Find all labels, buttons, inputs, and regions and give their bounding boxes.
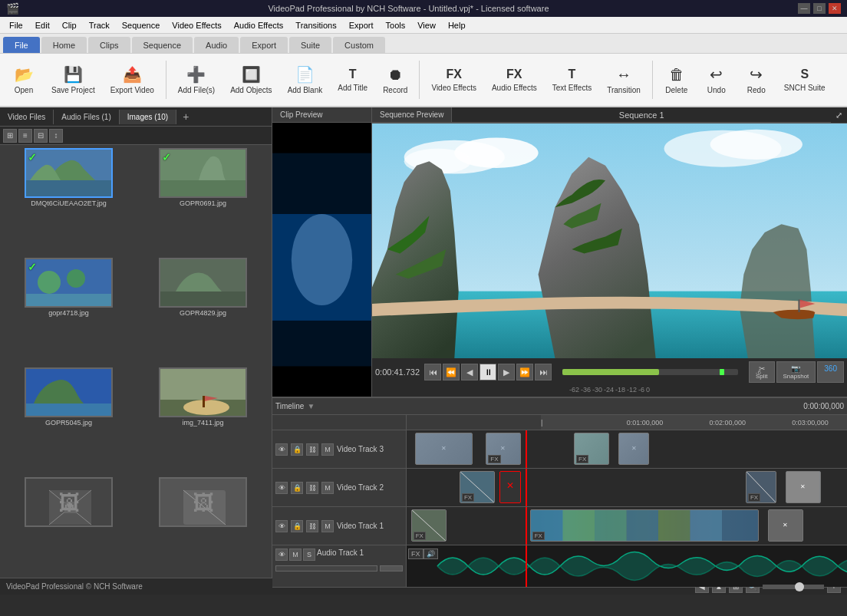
list-view-btn[interactable]: ≡ <box>18 129 32 143</box>
clip-preview-tab[interactable]: Clip Preview <box>272 107 371 123</box>
transition-button[interactable]: ↔Transition <box>600 57 648 103</box>
add-objects-button[interactable]: 🔲Add Objects <box>223 57 278 103</box>
ribbon-tab-export[interactable]: Export <box>240 37 288 53</box>
thumbnail-item-5[interactable]: img_7411.jpg <box>137 367 269 474</box>
thumbnail-item-4[interactable]: GOPR5045.jpg <box>3 367 134 474</box>
ribbon-tab-audio[interactable]: Audio <box>194 37 239 53</box>
track2-clip-4[interactable]: ✕ <box>786 471 821 503</box>
track2-clip-1[interactable]: FX <box>460 471 495 503</box>
menu-transitions[interactable]: Transitions <box>289 17 342 33</box>
open-button[interactable]: 📂Open <box>5 57 43 103</box>
track3-eye-btn[interactable]: 👁 <box>275 443 288 456</box>
track1-mute-btn[interactable]: M <box>321 520 334 532</box>
track3-mute-btn[interactable]: M <box>321 443 334 456</box>
audio-mute-btn[interactable]: M <box>289 548 302 561</box>
next-frame-button[interactable]: ⏩ <box>516 364 533 380</box>
track2-lock-btn[interactable]: 🔒 <box>291 482 303 494</box>
menu-export[interactable]: Export <box>343 17 380 33</box>
thumbnail-item-0[interactable]: ✓DMQt6CiUEAAO2ET.jpg <box>3 148 134 255</box>
menu-track[interactable]: Track <box>83 17 116 33</box>
add-blank-button[interactable]: 📄Add Blank <box>281 57 330 103</box>
audio-effects-button[interactable]: FXAudio Effects <box>485 57 544 103</box>
ribbon-tab-custom[interactable]: Custom <box>333 37 385 53</box>
track2-mute-btn[interactable]: M <box>321 482 334 494</box>
menu-help[interactable]: Help <box>442 17 472 33</box>
video-effects-button[interactable]: FXVideo Effects <box>424 57 483 103</box>
thumbnail-item-7[interactable]: 🖼 <box>137 477 269 575</box>
track3-clip-1[interactable]: ✕ <box>415 433 473 465</box>
fullscreen-btn[interactable]: ⤢ <box>831 109 847 122</box>
minimize-button[interactable]: — <box>798 3 810 14</box>
close-button[interactable]: ✕ <box>829 3 841 14</box>
zoom-handle[interactable] <box>795 582 804 591</box>
detail-view-btn[interactable]: ⊟ <box>34 129 48 143</box>
snapshot-button[interactable]: 📷Snapshot <box>776 361 816 383</box>
track1-lock-btn[interactable]: 🔒 <box>291 520 303 532</box>
audio-pan-bar[interactable] <box>380 565 403 572</box>
add-title-button[interactable]: TAdd Title <box>331 57 374 103</box>
audio-speaker-btn[interactable]: 🔊 <box>424 548 438 559</box>
file-tab-video-files[interactable]: Video Files <box>0 110 54 124</box>
menu-sequence[interactable]: Sequence <box>116 17 166 33</box>
track3-clip-3[interactable]: FX <box>574 433 609 465</box>
track1-clip-1[interactable]: FX <box>411 509 447 542</box>
record-button[interactable]: ⏺Record <box>376 57 414 103</box>
menu-video-effects[interactable]: Video Effects <box>166 17 227 33</box>
progress-bar[interactable]: -6 <box>562 369 738 375</box>
zoom-slider[interactable] <box>763 585 824 589</box>
step-back-button[interactable]: ◀ <box>461 364 478 380</box>
ribbon-tab-home[interactable]: Home <box>41 37 87 53</box>
track1-clip-3[interactable]: ✕ <box>768 509 803 542</box>
track3-clip-4[interactable]: ✕ <box>618 433 649 465</box>
add-file-tab-button[interactable]: + <box>176 107 195 126</box>
goto-start-button[interactable]: ⏮ <box>424 364 441 380</box>
menu-view[interactable]: View <box>411 17 442 33</box>
track3-link-btn[interactable]: ⛓ <box>306 443 318 456</box>
ribbon-tab-suite[interactable]: Suite <box>289 37 331 53</box>
audio-eye-btn[interactable]: 👁 <box>275 548 288 561</box>
track1-clip-2[interactable]: FX <box>530 509 759 542</box>
file-tab-audio-files--1-[interactable]: Audio Files (1) <box>54 110 119 124</box>
track3-lock-btn[interactable]: 🔒 <box>291 443 303 456</box>
undo-button[interactable]: ↩Undo <box>697 57 736 103</box>
step-forward-button[interactable]: ▶ <box>498 364 515 380</box>
redo-button[interactable]: ↪Redo <box>737 57 776 103</box>
track1-eye-btn[interactable]: 👁 <box>275 520 288 532</box>
snch-suite-button[interactable]: SSNCH Suite <box>777 57 832 103</box>
file-tab-images--10-[interactable]: Images (10) <box>120 110 176 124</box>
split-button[interactable]: ✂Split <box>749 361 775 383</box>
menu-clip[interactable]: Clip <box>56 17 83 33</box>
text-effects-button[interactable]: TText Effects <box>545 57 599 103</box>
thumbnail-item-1[interactable]: ✓GOPR0691.jpg <box>137 148 269 255</box>
goto-end-button[interactable]: ⏭ <box>535 364 552 380</box>
add-files-button[interactable]: ➕Add File(s) <box>171 57 222 103</box>
track2-clip-3[interactable]: FX <box>746 471 776 503</box>
360-button[interactable]: 360 <box>817 361 844 383</box>
menu-edit[interactable]: Edit <box>29 17 56 33</box>
track2-link-btn[interactable]: ⛓ <box>306 482 318 494</box>
export-video-button[interactable]: 📤Export Video <box>104 57 161 103</box>
audio-solo-btn[interactable]: S <box>303 548 315 561</box>
ribbon-tab-sequence[interactable]: Sequence <box>132 37 193 53</box>
ribbon-tab-file[interactable]: File <box>3 37 40 53</box>
track2-clip-2[interactable]: ✕ <box>499 471 522 503</box>
audio-volume-bar[interactable] <box>275 565 377 572</box>
sequence-preview-tab[interactable]: Sequence Preview <box>372 107 452 123</box>
prev-frame-button[interactable]: ⏪ <box>443 364 460 380</box>
track3-clip-2[interactable]: ✕ FX <box>486 433 521 465</box>
thumbnail-item-3[interactable]: GOPR4829.jpg <box>137 258 269 364</box>
thumbnail-view-btn[interactable]: ⊞ <box>3 129 17 143</box>
save-project-button[interactable]: 💾Save Project <box>44 57 102 103</box>
ribbon-tab-clips[interactable]: Clips <box>88 37 130 53</box>
menu-tools[interactable]: Tools <box>380 17 412 33</box>
thumbnail-item-6[interactable]: 🖼 <box>3 477 134 575</box>
menu-file[interactable]: File <box>3 17 29 33</box>
menu-audio-effects[interactable]: Audio Effects <box>228 17 290 33</box>
play-pause-button[interactable]: ⏸ <box>480 364 496 380</box>
sort-btn[interactable]: ↕ <box>49 129 63 143</box>
audio-fx-btn[interactable]: FX <box>408 548 424 559</box>
maximize-button[interactable]: □ <box>813 3 826 14</box>
track2-eye-btn[interactable]: 👁 <box>275 482 288 494</box>
thumbnail-item-2[interactable]: ✓gopr4718.jpg <box>3 258 134 364</box>
track1-link-btn[interactable]: ⛓ <box>306 520 318 532</box>
